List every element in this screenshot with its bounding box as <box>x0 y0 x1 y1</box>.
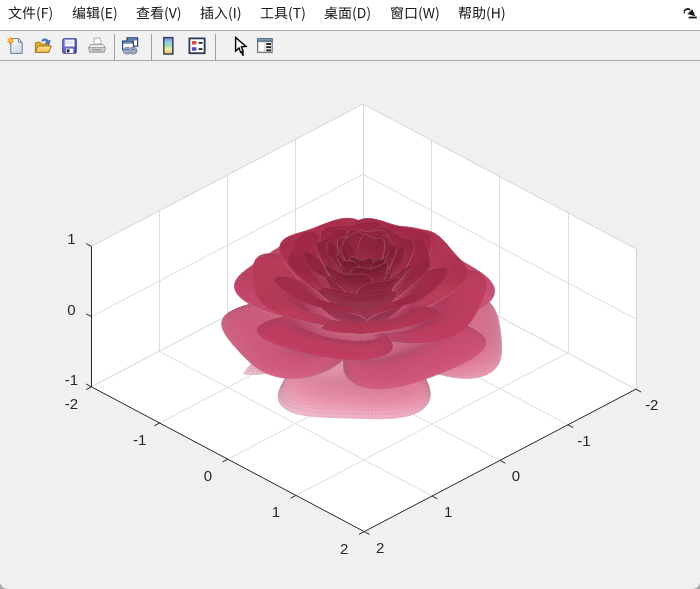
linked-windows-icon <box>120 36 140 56</box>
menu-item-file[interactable] <box>8 0 53 30</box>
arrow-cursor-icon <box>230 36 250 56</box>
printer-icon <box>87 36 107 56</box>
insert-legend-button[interactable] <box>185 34 209 58</box>
menu-item-desktop[interactable] <box>324 0 371 30</box>
figure-window: -2 -1 0 1 2 -2 -1 0 1 2 -1 0 1 <box>0 0 700 589</box>
menu-item-window-label <box>390 0 440 30</box>
menu-item-window[interactable] <box>390 0 440 30</box>
menu-item-help-label <box>458 0 506 30</box>
menu-item-edit-label <box>72 0 118 30</box>
menu-item-insert[interactable] <box>200 0 242 30</box>
new-document-icon <box>6 36 26 56</box>
menu-item-view[interactable] <box>136 0 182 30</box>
property-inspector-button[interactable] <box>253 34 277 58</box>
x-tick-label: -1 <box>133 432 146 447</box>
z-tick-label: 0 <box>67 301 75 316</box>
link-plot-button[interactable] <box>118 34 142 58</box>
open-folder-icon <box>33 36 53 56</box>
toolbar-separator <box>114 34 115 60</box>
axes-3d-rose-plot <box>0 61 700 589</box>
z-tick-label: 1 <box>67 231 75 246</box>
x-tick-label: 0 <box>204 468 212 483</box>
figure-toolbar <box>0 31 700 61</box>
dock-figure-button[interactable] <box>682 6 697 21</box>
insert-colorbar-button[interactable] <box>156 34 180 58</box>
y-tick-label: -2 <box>645 397 658 412</box>
save-figure-button[interactable] <box>58 34 82 58</box>
toolbar-separator <box>151 34 152 60</box>
menu-item-help[interactable] <box>458 0 506 30</box>
plot-area: -2 -1 0 1 2 -2 -1 0 1 2 -1 0 1 <box>0 61 700 589</box>
y-tick-label: 1 <box>444 504 452 519</box>
y-tick-label: 0 <box>512 468 520 483</box>
print-figure-button[interactable] <box>85 34 109 58</box>
menu-bar <box>0 0 700 31</box>
y-tick-label: -1 <box>577 432 590 447</box>
menu-item-desktop-label <box>324 0 371 30</box>
menu-item-view-label <box>136 0 182 30</box>
z-tick-label: -1 <box>65 371 78 386</box>
edit-plot-button[interactable] <box>228 34 252 58</box>
menu-item-tools[interactable] <box>260 0 306 30</box>
dock-figure-icon <box>683 6 697 20</box>
toolbar-separator <box>215 34 216 60</box>
legend-icon <box>187 36 207 56</box>
menu-item-tools-label <box>260 0 306 30</box>
x-tick-label: 2 <box>340 540 348 555</box>
menu-item-file-label <box>8 0 53 30</box>
x-tick-label: -2 <box>65 395 78 410</box>
y-tick-label: 2 <box>376 539 384 554</box>
menu-item-insert-label <box>200 0 242 30</box>
floppy-disk-icon <box>60 36 80 56</box>
colorbar-icon <box>158 36 178 56</box>
new-figure-button[interactable] <box>4 34 28 58</box>
menu-item-edit[interactable] <box>72 0 118 30</box>
open-file-button[interactable] <box>31 34 55 58</box>
inspector-window-icon <box>255 36 275 56</box>
x-tick-label: 1 <box>272 504 280 519</box>
